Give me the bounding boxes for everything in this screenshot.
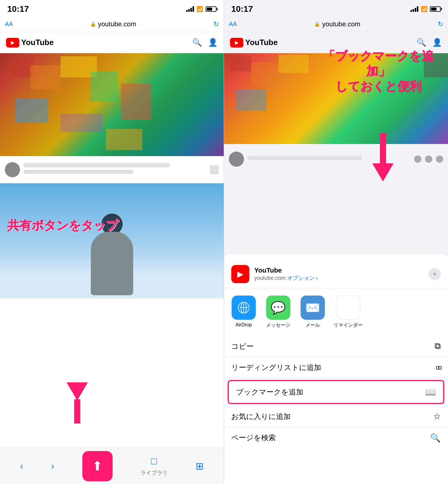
account-icon-left[interactable]: 👤: [208, 38, 218, 47]
blurred-content-right: [224, 144, 448, 174]
url-container-left[interactable]: 🔒 youtube.com: [16, 20, 210, 28]
share-icon: ⬆: [92, 459, 103, 473]
messages-icon: 💬: [266, 296, 290, 320]
airdrop-icon: [232, 296, 256, 320]
share-airdrop[interactable]: AirDrop: [230, 296, 257, 329]
left-panel: 10:17 📶 AA 🔒 youtube.com ↻ YouTube 🔍 👤: [0, 0, 224, 484]
battery-icon-right: [430, 6, 441, 12]
messages-label: メッセージ: [266, 322, 290, 329]
aa-button-right[interactable]: AA: [229, 21, 237, 28]
status-bar-left: 10:17 📶: [0, 0, 224, 16]
share-reminders[interactable]: リマインダー: [334, 296, 363, 329]
reminders-label: リマインダー: [334, 322, 363, 329]
reading-list-icon: oo: [436, 364, 441, 371]
favorites-menu-item[interactable]: お気に入りに追加 ☆: [224, 406, 448, 427]
wifi-icon-right: 📶: [421, 6, 427, 12]
video-banner-left: [0, 53, 224, 156]
url-container-right[interactable]: 🔒 youtube.com: [240, 20, 435, 28]
search-icon-left[interactable]: 🔍: [192, 38, 202, 47]
share-menu-list: コピー ⧉ リーディングリストに追加 oo ブックマークを追加 📖 お気に入りに…: [224, 336, 448, 448]
blurred-content-left: [0, 156, 224, 183]
aa-button-left[interactable]: AA: [5, 21, 13, 28]
reminders-icon: [336, 296, 360, 320]
search-icon-right[interactable]: 🔍: [417, 38, 426, 47]
bookmark-menu-item[interactable]: ブックマークを追加 📖: [228, 380, 444, 404]
blurred-lines-left: [24, 163, 206, 176]
yt-header-left: YouTube 🔍 👤: [0, 32, 224, 53]
reading-list-label: リーディングリストに追加: [231, 363, 321, 372]
copy-menu-item[interactable]: コピー ⧉: [224, 336, 448, 357]
mail-icon: ✉️: [301, 296, 325, 320]
time-left: 10:17: [7, 4, 29, 14]
find-page-icon: 🔍: [430, 433, 441, 443]
yt-logo-right[interactable]: YouTube: [230, 38, 278, 47]
arrow-down-left: [67, 382, 88, 424]
yt-logo-left[interactable]: YouTube: [6, 38, 54, 47]
tabs-button[interactable]: ⊞: [196, 460, 204, 472]
copy-icon: ⧉: [435, 341, 441, 351]
url-text-right: youtube.com: [322, 20, 360, 28]
address-bar-right[interactable]: AA 🔒 youtube.com ↻: [224, 16, 448, 32]
favorites-label: お気に入りに追加: [231, 412, 291, 421]
avatar-left: [5, 162, 20, 177]
status-icons-right: 📶: [410, 6, 441, 12]
share-site-url: youtube.com: [254, 275, 285, 281]
copy-label: コピー: [231, 342, 254, 351]
yt-play-button-left: [6, 38, 19, 47]
share-close-button[interactable]: ×: [429, 268, 441, 280]
bookmark-icon: □: [151, 456, 157, 467]
bookmark-label: ブックマークを追加: [236, 387, 303, 397]
yt-header-icons-left: 🔍 👤: [192, 38, 218, 47]
bottom-toolbar-left: ‹ › ⬆ □ ライブラリ ⊞: [0, 448, 224, 484]
signal-icon-right: [410, 6, 418, 12]
yt-header-icons-right: 🔍 👤: [417, 38, 442, 47]
find-page-menu-item[interactable]: ページを検索 🔍: [224, 427, 448, 448]
share-button-highlighted[interactable]: ⬆: [82, 451, 113, 481]
share-options-link[interactable]: オプション ›: [287, 274, 318, 282]
bookmark-menu-icon: 📖: [425, 387, 436, 397]
address-bar-left[interactable]: AA 🔒 youtube.com ↻: [0, 16, 224, 32]
refresh-icon-left[interactable]: ↻: [213, 20, 219, 28]
signal-icon: [186, 6, 194, 12]
yt-play-button-right: [230, 38, 243, 47]
wifi-icon: 📶: [196, 6, 203, 12]
find-page-label: ページを検索: [231, 433, 276, 443]
lock-icon-left: 🔒: [90, 21, 96, 27]
yt-logo-text-right: YouTube: [245, 38, 278, 47]
share-sheet: ▶ YouTube youtube.com オプション › ×: [224, 254, 448, 484]
share-icons-row: AirDrop 💬 メッセージ ✉️ メール: [224, 288, 448, 336]
refresh-icon-right[interactable]: ↻: [438, 20, 443, 28]
back-button[interactable]: ‹: [20, 460, 23, 472]
battery-icon: [206, 6, 216, 12]
arrow-down-right: [372, 133, 394, 182]
favorites-icon: ☆: [433, 411, 441, 421]
account-icon-right[interactable]: 👤: [432, 38, 442, 47]
share-mail[interactable]: ✉️ メール: [299, 296, 326, 329]
mail-label: メール: [305, 322, 320, 329]
share-site-name: YouTube: [254, 267, 424, 274]
yt-logo-text-left: YouTube: [21, 38, 54, 47]
share-site-info: YouTube youtube.com オプション ›: [254, 267, 424, 282]
share-yt-icon: ▶: [231, 265, 249, 283]
forward-button[interactable]: ›: [51, 460, 54, 472]
share-header: ▶ YouTube youtube.com オプション › ×: [224, 260, 448, 288]
right-panel: 10:17 📶 AA 🔒 youtube.com ↻ YouTube 🔍 👤: [224, 0, 448, 484]
url-text-left: youtube.com: [98, 20, 136, 28]
second-video-left: [0, 183, 224, 298]
time-right: 10:17: [231, 4, 253, 14]
share-messages[interactable]: 💬 メッセージ: [265, 296, 292, 329]
annotation-share: 共有ボタンをタップ: [7, 218, 118, 233]
annotation-bookmark: 「ブックマークを追加」しておくと便利: [315, 48, 442, 94]
library-label: ライブラリ: [140, 469, 168, 476]
airdrop-label: AirDrop: [236, 322, 252, 328]
avatar-right: [229, 152, 244, 167]
lock-icon-right: 🔒: [314, 21, 320, 27]
bookmark-button[interactable]: □ ライブラリ: [140, 456, 168, 476]
status-bar-right: 10:17 📶: [224, 0, 448, 16]
status-icons-left: 📶: [186, 6, 216, 12]
reading-list-menu-item[interactable]: リーディングリストに追加 oo: [224, 357, 448, 378]
